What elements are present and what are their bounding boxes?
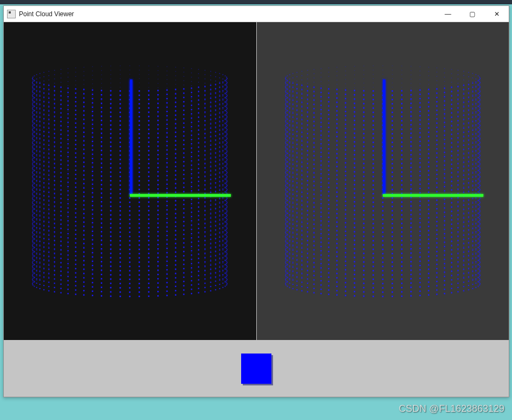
close-button[interactable]: ✕ — [484, 6, 509, 22]
axis-x-icon — [130, 194, 231, 197]
window-content — [4, 22, 509, 397]
app-icon — [7, 10, 16, 18]
viewport-right[interactable] — [257, 22, 509, 340]
window-title: Point Cloud Viewer — [19, 10, 74, 18]
cube-preview[interactable] — [241, 354, 271, 384]
viewport-left[interactable] — [4, 22, 256, 340]
axis-z-icon — [130, 79, 132, 194]
titlebar[interactable]: Point Cloud Viewer — ▢ ✕ — [4, 6, 509, 22]
maximize-button[interactable]: ▢ — [460, 6, 484, 22]
title-left: Point Cloud Viewer — [7, 10, 74, 18]
axis-z-icon — [383, 79, 385, 194]
app-window: Point Cloud Viewer — ▢ ✕ — [3, 5, 509, 397]
watermark-text: CSDN @FL1623863129 — [399, 403, 504, 415]
minimize-button[interactable]: — — [436, 6, 460, 22]
window-controls: — ▢ ✕ — [436, 6, 509, 22]
bottom-panel — [4, 340, 509, 397]
axis-x-icon — [383, 194, 484, 197]
viewports-row — [4, 22, 509, 340]
background-taskbar-strip — [0, 0, 512, 4]
